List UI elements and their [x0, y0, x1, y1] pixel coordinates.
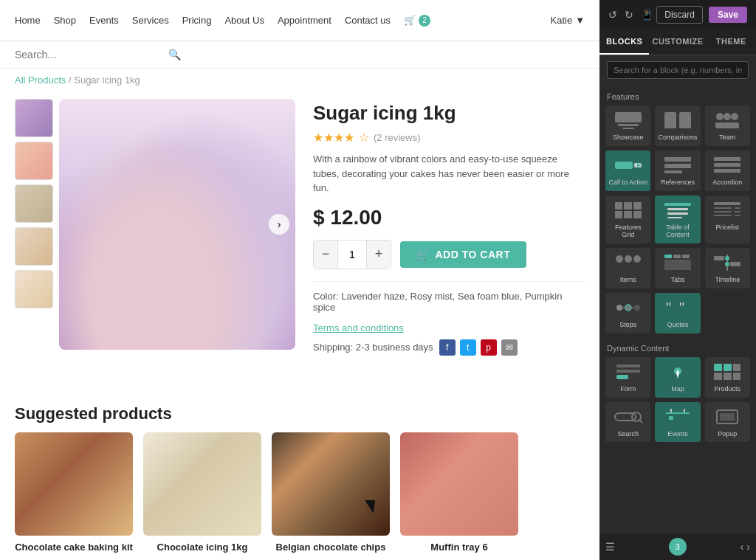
breadcrumb-current: Sugar icing 1kg: [74, 75, 140, 86]
nav-events[interactable]: Events: [89, 15, 119, 26]
thumbnail-4[interactable]: [15, 227, 53, 266]
thumbnail-2[interactable]: [15, 142, 53, 180]
block-pricelist[interactable]: Pricelist: [705, 196, 750, 244]
block-accordion[interactable]: Accordion: [705, 151, 750, 191]
nav-pricing[interactable]: Pricing: [182, 15, 212, 26]
panel-layers-icon[interactable]: 3: [669, 538, 687, 556]
tab-blocks[interactable]: BLOCKS: [599, 30, 649, 55]
nav-appointment[interactable]: Appointment: [278, 15, 331, 26]
block-search[interactable]: Search: [605, 402, 650, 443]
block-cta[interactable]: Call to Action: [605, 151, 650, 191]
nav-services[interactable]: Services: [132, 15, 169, 26]
block-products-label: Products: [715, 385, 741, 393]
user-dropdown-icon: ▼: [575, 15, 585, 26]
nav-contact[interactable]: Contact us: [345, 15, 391, 26]
thumbnail-5[interactable]: [15, 270, 53, 308]
block-popup-label: Popup: [718, 430, 737, 438]
block-tabs[interactable]: Tabs: [655, 248, 700, 288]
product-card-2[interactable]: Chocolate icing 1kg: [143, 432, 261, 553]
social-icons: f t p ✉: [439, 339, 518, 356]
panel-list-icon[interactable]: ☰: [605, 541, 615, 553]
block-events[interactable]: Events: [655, 402, 700, 443]
block-team[interactable]: Team: [705, 106, 750, 146]
product-card-3[interactable]: Belgian chocolate chips: [272, 432, 390, 553]
undo-icon[interactable]: ↺: [608, 9, 617, 21]
quantity-increase[interactable]: +: [367, 241, 391, 269]
product-card-1[interactable]: Chocolate cake baking kit: [15, 432, 133, 553]
pinterest-share-icon[interactable]: p: [481, 339, 497, 356]
redo-icon[interactable]: ↻: [625, 9, 633, 21]
product-title: Sugar icing 1kg: [313, 102, 585, 125]
svg-rect-4: [679, 112, 691, 128]
nav-shop[interactable]: Shop: [54, 15, 76, 26]
features-label: Features: [605, 89, 750, 106]
cursor-overlay: [365, 500, 375, 514]
nav-links: Home Shop Events Services Pricing About …: [15, 15, 430, 27]
block-steps-label: Steps: [619, 321, 636, 329]
block-steps[interactable]: Steps: [605, 293, 650, 333]
discard-button[interactable]: Discard: [656, 6, 703, 24]
search-input[interactable]: [15, 49, 162, 61]
svg-rect-23: [714, 202, 740, 205]
block-references[interactable]: References: [655, 151, 700, 191]
tab-customize[interactable]: CUSTOMIZE: [649, 30, 706, 55]
nav-home[interactable]: Home: [15, 15, 41, 26]
block-features-grid[interactable]: Features Grid: [605, 196, 650, 244]
image-next-arrow[interactable]: ›: [269, 214, 289, 235]
team-icon: [711, 110, 743, 131]
terms-link[interactable]: Terms and conditions: [313, 322, 404, 333]
svg-rect-0: [615, 112, 642, 122]
search-icon[interactable]: 🔍: [168, 49, 181, 61]
user-menu[interactable]: Katie ▼: [550, 15, 585, 26]
block-popup[interactable]: Popup: [705, 402, 750, 443]
block-toc[interactable]: Table of Content: [655, 196, 700, 244]
dynamic-content-label: Dynamic Content: [605, 341, 750, 357]
panel-toolbar: ↺ ↻ 📱 Discard Save: [599, 0, 756, 30]
block-form[interactable]: Form: [605, 357, 650, 398]
svg-rect-28: [714, 215, 732, 216]
quantity-input[interactable]: [337, 241, 367, 269]
pricelist-icon: [711, 200, 743, 221]
popup-icon: [711, 407, 743, 427]
panel-search: [599, 55, 756, 85]
facebook-share-icon[interactable]: f: [439, 339, 456, 356]
panel-nav-icon[interactable]: ‹ ›: [740, 541, 750, 553]
suggested-title: Suggested products: [15, 404, 585, 424]
block-events-label: Events: [667, 430, 688, 438]
thumbnail-1[interactable]: [15, 99, 53, 137]
block-comparisons[interactable]: Comparisons: [655, 106, 700, 146]
main-area: Home Shop Events Services Pricing About …: [0, 0, 599, 560]
top-nav: Home Shop Events Services Pricing About …: [0, 0, 599, 41]
product-card-4[interactable]: Muffin tray 6: [400, 432, 518, 553]
mobile-preview-icon[interactable]: 📱: [641, 9, 653, 21]
shipping-text: Shipping: 2-3 business days: [313, 342, 433, 353]
twitter-share-icon[interactable]: t: [460, 339, 476, 356]
product-card-img-2: [143, 432, 261, 536]
svg-rect-50: [616, 370, 640, 373]
email-share-icon[interactable]: ✉: [501, 339, 518, 356]
svg-point-6: [724, 113, 731, 120]
cart-button[interactable]: 🛒 2: [404, 15, 430, 27]
thumbnail-3[interactable]: [15, 184, 53, 223]
blocks-search-input[interactable]: [607, 61, 749, 79]
block-timeline[interactable]: Timeline: [705, 248, 750, 288]
breadcrumb-all-products[interactable]: All Products: [15, 75, 66, 86]
block-showcase[interactable]: Showcase: [605, 106, 650, 146]
add-to-cart-button[interactable]: 🛒 ADD TO CART: [400, 241, 526, 268]
svg-rect-33: [664, 255, 672, 258]
save-button[interactable]: Save: [709, 7, 747, 23]
svg-rect-39: [730, 262, 740, 266]
block-products[interactable]: Products: [705, 357, 750, 398]
color-values: Lavender haze, Rosy mist, Sea foam blue,…: [313, 291, 562, 313]
add-to-cart-row: − + 🛒 ADD TO CART: [313, 240, 585, 269]
form-icon: [612, 362, 645, 382]
nav-about[interactable]: About Us: [224, 15, 264, 26]
block-items[interactable]: Items: [605, 248, 650, 288]
block-quotes[interactable]: "" Quotes: [655, 293, 700, 333]
cta-icon: [612, 155, 645, 176]
block-map[interactable]: Map: [655, 357, 700, 398]
tab-theme[interactable]: THEME: [707, 30, 756, 55]
quantity-decrease[interactable]: −: [314, 241, 337, 269]
search-bar: 🔍: [0, 41, 599, 69]
toolbar-icons: ↺ ↻ 📱: [608, 9, 653, 21]
